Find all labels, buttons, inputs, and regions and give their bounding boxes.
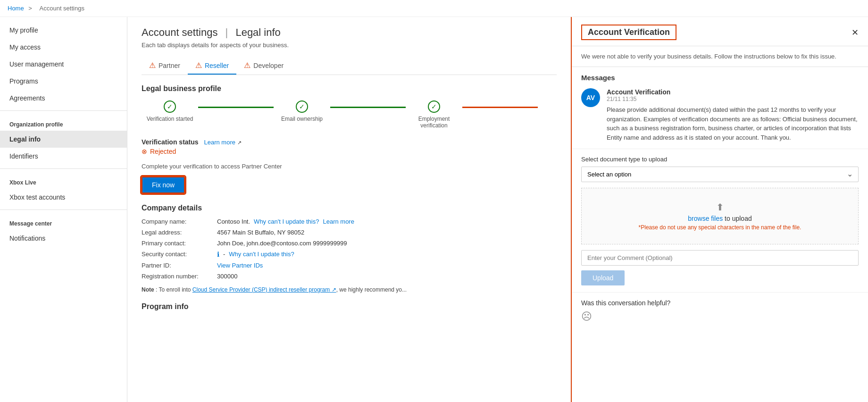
sidebar-item-my-access[interactable]: My access xyxy=(0,39,127,56)
company-name-label: Company name: xyxy=(142,218,217,225)
tab-developer[interactable]: ⚠ Developer xyxy=(236,57,291,75)
complete-notice: Complete your verification to access Par… xyxy=(142,163,557,170)
main-content: Account settings | Legal info Each tab d… xyxy=(127,17,571,402)
progress-line-2 xyxy=(330,107,406,108)
company-details-title: Company details xyxy=(142,204,557,212)
progress-label-1: Verification started xyxy=(142,116,198,122)
upload-button[interactable]: Upload xyxy=(581,270,625,285)
panel-description: We were not able to verify your business… xyxy=(572,46,868,67)
progress-line-1 xyxy=(198,107,274,108)
verification-status: Verification status Learn more ↗ ⊗ Rejec… xyxy=(142,138,557,155)
sidebar-divider-2 xyxy=(0,168,127,169)
panel-title: Account Verification xyxy=(581,25,676,40)
breadcrumb-current: Account settings xyxy=(40,5,84,12)
partner-id-row: Partner ID: View Partner IDs xyxy=(142,262,557,269)
page-title-section: Legal info xyxy=(235,26,280,38)
verification-status-label: Verification status xyxy=(142,138,199,146)
legal-address-label: Legal address: xyxy=(142,229,217,236)
reseller-warn-icon: ⚠ xyxy=(195,61,202,70)
sidebar-item-xbox-test-accounts[interactable]: Xbox test accounts xyxy=(0,189,127,206)
sidebar-item-agreements[interactable]: Agreements xyxy=(0,90,127,107)
progress-line-3 xyxy=(462,107,538,108)
comment-input[interactable] xyxy=(581,250,859,266)
developer-warn-icon: ⚠ xyxy=(244,61,250,70)
primary-contact-label: Primary contact: xyxy=(142,240,217,247)
primary-contact-row: Primary contact: John Doe, john.doe@cont… xyxy=(142,240,557,247)
sidebar-item-my-profile[interactable]: My profile xyxy=(0,22,127,39)
sidebar-item-notifications[interactable]: Notifications xyxy=(0,230,127,247)
panel-messages-section: Messages AV Account Verification 21/11 1… xyxy=(572,67,868,149)
message-sender: Account Verification xyxy=(607,88,859,96)
progress-circle-3: ✓ xyxy=(428,100,440,113)
partner-id-link[interactable]: View Partner IDs xyxy=(217,262,263,269)
security-contact-link[interactable]: Why can't I update this? xyxy=(229,251,294,258)
status-rejected: ⊗ Rejected xyxy=(142,148,176,155)
progress-label-2: Email ownership xyxy=(274,116,330,122)
page-subtitle: Each tab displays details for aspects of… xyxy=(142,42,557,49)
panel-messages-title: Messages xyxy=(581,74,859,82)
tab-reseller-label: Reseller xyxy=(205,62,229,69)
page-header: Account settings | Legal info xyxy=(142,26,557,39)
company-name-why-link[interactable]: Why can't I update this? xyxy=(254,218,319,225)
legal-address-value: 4567 Main St Buffalo, NY 98052 xyxy=(217,229,304,236)
tab-developer-label: Developer xyxy=(253,62,284,69)
select-wrapper: Select an option xyxy=(581,167,859,182)
message-content: Account Verification 21/11 11:35 Please … xyxy=(607,88,859,142)
document-type-select[interactable]: Select an option xyxy=(581,167,859,182)
progress-step-2: ✓ Email ownership xyxy=(274,100,330,122)
helpful-title: Was this conversation helpful? xyxy=(581,299,859,307)
partner-id-label: Partner ID: xyxy=(142,262,217,269)
tab-partner-label: Partner xyxy=(159,62,180,69)
registration-number-value: 300000 xyxy=(217,273,237,280)
progress-circle-1: ✓ xyxy=(164,100,176,113)
upload-section: Select document type to upload Select an… xyxy=(572,149,868,292)
progress-step-3: ✓ Employment verification xyxy=(406,100,462,129)
helpful-sad-icon[interactable]: ☹ xyxy=(581,310,592,323)
sidebar-section-org-profile: Organization profile xyxy=(0,115,127,131)
checkmark-3: ✓ xyxy=(431,103,437,110)
progress-step-1: ✓ Verification started xyxy=(142,100,198,122)
panel-close-button[interactable]: ✕ xyxy=(851,27,859,38)
upload-cloud-icon: ⬆ xyxy=(595,201,845,213)
sidebar-item-user-management[interactable]: User management xyxy=(0,56,127,73)
info-icon[interactable]: ℹ xyxy=(217,251,219,258)
program-info-title: Program info xyxy=(142,302,557,311)
sidebar: My profile My access User management Pro… xyxy=(0,17,127,402)
status-row: ⊗ Rejected xyxy=(142,148,557,155)
legal-profile-title: Legal business profile xyxy=(142,84,557,93)
security-contact-row: Security contact: ℹ - Why can't I update… xyxy=(142,251,557,258)
message-avatar: AV xyxy=(581,88,600,107)
sidebar-item-legal-info[interactable]: Legal info xyxy=(0,131,127,148)
registration-number-row: Registration number: 300000 xyxy=(142,273,557,280)
checkmark-1: ✓ xyxy=(167,103,173,110)
upload-select-label: Select document type to upload xyxy=(581,156,859,163)
message-text: Please provide additional document(s) da… xyxy=(607,105,859,142)
sidebar-divider-3 xyxy=(0,209,127,210)
rejected-icon: ⊗ xyxy=(142,148,147,155)
security-contact-label: Security contact: xyxy=(142,251,217,258)
message-item: AV Account Verification 21/11 11:35 Plea… xyxy=(581,88,859,142)
csp-link[interactable]: Cloud Service Provider (CSP) indirect re… xyxy=(192,286,336,293)
page-title-main: Account settings xyxy=(142,26,217,38)
breadcrumb-home[interactable]: Home xyxy=(8,5,24,12)
learn-more-link[interactable]: Learn more xyxy=(204,139,235,146)
note-text: Note : To enroll into Cloud Service Prov… xyxy=(142,286,557,293)
panel-header: Account Verification ✕ xyxy=(572,17,868,46)
progress-circle-2: ✓ xyxy=(296,100,308,113)
tab-partner[interactable]: ⚠ Partner xyxy=(142,57,188,75)
primary-contact-value: John Doe, john.doe@contoso.com 999999999… xyxy=(217,240,347,247)
progress-container: ✓ Verification started ✓ Email ownership… xyxy=(142,100,557,129)
breadcrumb-separator: > xyxy=(28,5,32,12)
sidebar-item-identifiers[interactable]: Identifiers xyxy=(0,148,127,165)
company-name-row: Company name: Contoso Int. Why can't I u… xyxy=(142,218,557,225)
file-note: *Please do not use any special character… xyxy=(595,224,845,231)
tab-reseller[interactable]: ⚠ Reseller xyxy=(188,57,236,75)
sidebar-item-programs[interactable]: Programs xyxy=(0,73,127,90)
sidebar-section-message-center: Message center xyxy=(0,214,127,230)
external-link-icon: ↗ xyxy=(237,140,242,145)
browse-files-link[interactable]: browse files xyxy=(688,215,723,222)
file-upload-area[interactable]: ⬆ browse files to upload *Please do not … xyxy=(581,188,859,244)
company-name-learn-link[interactable]: Learn more xyxy=(323,218,354,225)
fix-now-button[interactable]: Fix now xyxy=(142,176,185,193)
security-contact-value: - xyxy=(223,251,225,258)
